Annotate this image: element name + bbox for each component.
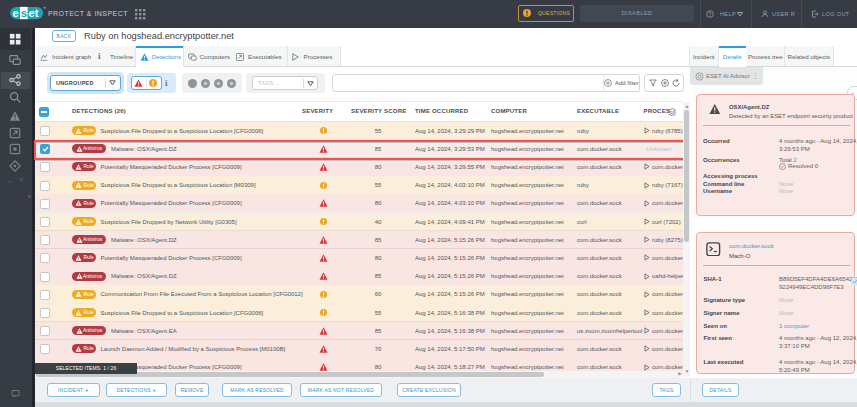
svg-text:?: ?	[709, 12, 712, 17]
svg-text:e: e	[12, 7, 18, 19]
svg-text:et: et	[29, 7, 39, 19]
svg-text:s: s	[21, 7, 27, 19]
